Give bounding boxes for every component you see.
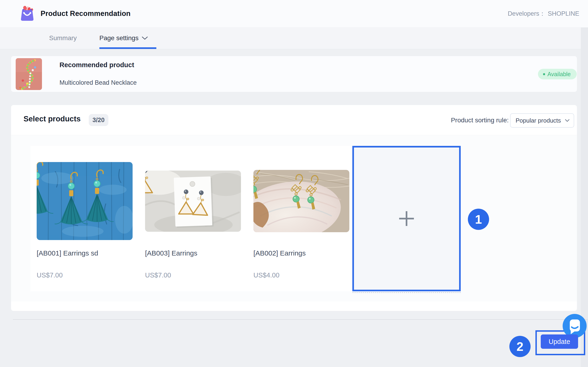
tab-summary[interactable]: Summary	[49, 27, 77, 49]
sorting-rule-label: Product sorting rule:	[451, 117, 509, 124]
tab-bar	[0, 27, 588, 49]
product-name: [AB003] Earrings	[145, 249, 197, 257]
sorting-rule-select[interactable]: Popular products	[510, 113, 574, 128]
product-image	[253, 170, 349, 232]
active-tab-underline	[99, 47, 156, 49]
add-tile-dashed-edge	[352, 292, 461, 293]
add-product-tile[interactable]	[352, 146, 461, 291]
chevron-down-icon	[565, 119, 570, 122]
annotation-step-2: 2	[509, 336, 531, 357]
tab-page-settings-label: Page settings	[99, 34, 139, 42]
plus-icon	[398, 210, 415, 227]
sorting-rule-value: Popular products	[516, 117, 561, 124]
status-label: Available	[548, 71, 571, 78]
recommended-product-thumbnail	[16, 58, 42, 90]
screen: Product Recommendation Developers： SHOPL…	[0, 0, 588, 367]
developers-label: Developers：	[508, 9, 546, 18]
tab-page-settings[interactable]: Page settings	[99, 27, 148, 49]
annotation-step-1: 1	[468, 209, 489, 230]
product-name: [AB001] Earrings sd	[37, 249, 98, 257]
update-button-label: Update	[548, 338, 570, 346]
product-name: [AB002] Earrings	[253, 249, 306, 257]
page-title: Product Recommendation	[40, 0, 130, 27]
selected-count-badge: 3/20	[89, 114, 108, 126]
product-image	[145, 171, 241, 232]
recommended-title: Recommended product	[59, 61, 134, 69]
product-price: US$7.00	[37, 271, 63, 279]
product-price: US$7.00	[145, 271, 171, 279]
annotation-step-1-number: 1	[475, 212, 482, 226]
annotation-step-2-number: 2	[516, 339, 524, 354]
app-icon	[20, 4, 34, 21]
product-price: US$4.00	[253, 271, 280, 279]
product-image	[37, 162, 133, 240]
select-products-title: Select products	[24, 115, 81, 123]
status-badge: Available	[538, 69, 577, 79]
chevron-down-icon	[142, 36, 148, 40]
recommended-product-name: Multicolored Bead Necklace	[59, 79, 137, 86]
status-dot-icon	[543, 73, 545, 75]
app-header: Product Recommendation Developers： SHOPL…	[0, 0, 588, 27]
developer-name: SHOPLINE	[548, 10, 579, 17]
developers-credit: Developers： SHOPLINE	[508, 0, 579, 27]
update-button[interactable]: Update	[541, 334, 578, 349]
tab-summary-label: Summary	[49, 34, 77, 42]
footer-divider	[13, 319, 588, 320]
